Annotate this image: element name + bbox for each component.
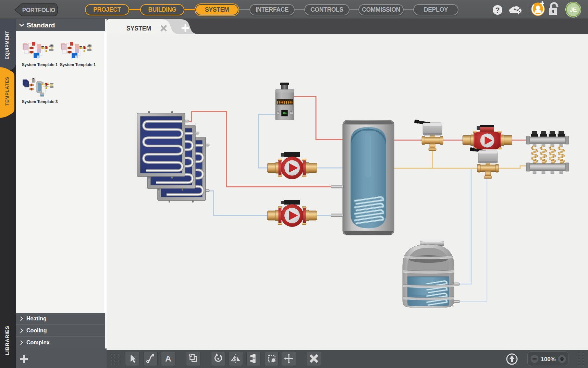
svg-text:JE: JE bbox=[570, 7, 577, 13]
svg-text:A: A bbox=[165, 354, 171, 363]
svg-text:PORTFOLIO: PORTFOLIO bbox=[22, 7, 56, 13]
svg-text:100%: 100% bbox=[541, 356, 555, 363]
svg-text:?: ? bbox=[495, 6, 500, 14]
svg-text:SYSTEM: SYSTEM bbox=[126, 25, 151, 32]
svg-text:420: 420 bbox=[283, 112, 287, 115]
